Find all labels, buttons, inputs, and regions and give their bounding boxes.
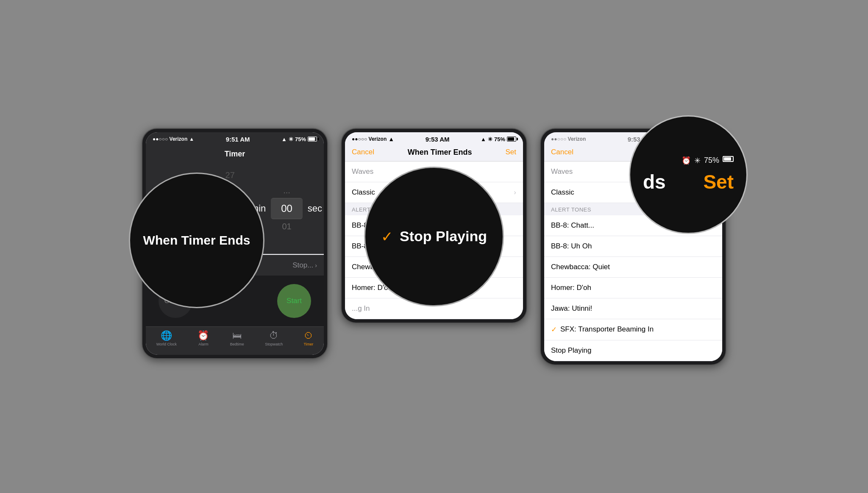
bluetooth-icon: ✳ <box>289 136 293 142</box>
gps-icon: ▲ <box>281 136 287 142</box>
timer-icon: ⏲ <box>304 330 313 341</box>
tab-alarm-label: Alarm <box>198 342 209 346</box>
carrier-text3: ●●○○○ Verizon <box>551 136 586 142</box>
nav-title: When Timer Ends <box>374 148 506 157</box>
tab-bedtime-label: Bedtime <box>230 342 244 346</box>
list-item3-jawa[interactable]: Jawa: Utinni! <box>544 298 722 319</box>
status-bar: ●●○○○ Verizon ▲ 9:53 AM ▲ ✳ 75% <box>345 132 523 145</box>
chevron-right-icon: › <box>315 262 317 269</box>
stop-playing-text: Stop Playing <box>400 228 487 245</box>
list-item3-sfx[interactable]: ✓ SFX: Transporter Beaming In <box>544 319 722 340</box>
wifi-icon: ▲ <box>388 136 394 142</box>
battery-mag-icon <box>723 156 734 162</box>
nav-header: Cancel When Timer Ends Set <box>345 145 523 162</box>
mag-ds-text: ds <box>643 170 666 193</box>
tab-bar: 🌐 World Clock ⏰ Alarm 🛏 Bedtime ⏱ Stopwa… <box>146 326 324 355</box>
wifi-icon: ▲ <box>189 136 194 142</box>
list-item3-chewbacca[interactable]: Chewbacca: Quiet <box>544 257 722 278</box>
stop-playing-check: ✓ <box>381 228 393 245</box>
list-item3-stop-playing[interactable]: Stop Playing <box>544 340 722 361</box>
carrier-text: ●●○○○ Verizon <box>153 136 187 142</box>
tab-world-clock[interactable]: 🌐 World Clock <box>156 330 177 346</box>
chevron-classic: › <box>514 188 516 197</box>
start-button[interactable]: Start <box>277 284 311 318</box>
tab-timer-label: Timer <box>304 342 314 346</box>
seconds-selected: 00 <box>271 198 302 219</box>
tab-stopwatch[interactable]: ⏱ Stopwatch <box>265 330 283 346</box>
magnified-nav-overlay: ⏰ ✳ 75% ds Set <box>629 115 748 234</box>
stop-playing-overlay: ✓ Stop Playing <box>364 167 504 306</box>
bedtime-icon: 🛏 <box>232 330 242 341</box>
cancel-nav-button3[interactable]: Cancel <box>551 148 573 156</box>
battery-icon2 <box>507 136 516 142</box>
sfx-check: ✓ <box>551 325 557 334</box>
time-display: 9:51 AM <box>226 136 250 143</box>
world-clock-icon: 🌐 <box>161 330 172 341</box>
battery-percent2: 75% <box>494 136 505 142</box>
alarm-icon: ⏰ <box>198 330 209 341</box>
overlay-text: When Timer Ends <box>135 225 259 256</box>
battery-icon <box>308 136 317 142</box>
cancel-nav-button[interactable]: Cancel <box>352 148 374 156</box>
carrier-text: ●●○○○ Verizon <box>352 136 387 142</box>
bluetooth-icon2: ✳ <box>488 136 492 142</box>
mag-set-text: Set <box>703 170 734 193</box>
time-display: 9:53 AM <box>426 136 450 143</box>
tab-world-clock-label: World Clock <box>156 342 177 346</box>
magnified-content: ⏰ ✳ 75% ds Set <box>630 148 746 202</box>
battery-percent: 75% <box>295 136 306 142</box>
tab-stopwatch-label: Stopwatch <box>265 342 283 346</box>
timer-option-value: Stop... › <box>292 261 317 270</box>
bluetooth-mag-icon: ✳ <box>694 156 701 165</box>
tab-bedtime[interactable]: 🛏 Bedtime <box>230 330 244 346</box>
list-item3-homer[interactable]: Homer: D'oh <box>544 278 722 298</box>
alarm-clock-icon: ⏰ <box>682 156 691 165</box>
battery-mag: 75% <box>704 156 719 165</box>
seconds-picker[interactable]: ... 00 01 <box>267 183 306 234</box>
list-item3-bb8-uhoh[interactable]: BB-8: Uh Oh <box>544 236 722 257</box>
tab-alarm[interactable]: ⏰ Alarm <box>198 330 209 346</box>
set-nav-button[interactable]: Set <box>505 148 516 156</box>
stop-playing-content: ✓ Stop Playing <box>381 228 487 245</box>
when-timer-ends-overlay: When Timer Ends <box>129 173 264 308</box>
gps-icon2: ▲ <box>481 136 486 142</box>
tab-timer[interactable]: ⏲ Timer <box>304 330 314 346</box>
page-title: Timer <box>153 150 317 159</box>
seconds-label: sec <box>306 203 324 214</box>
stopwatch-icon: ⏱ <box>269 330 278 341</box>
